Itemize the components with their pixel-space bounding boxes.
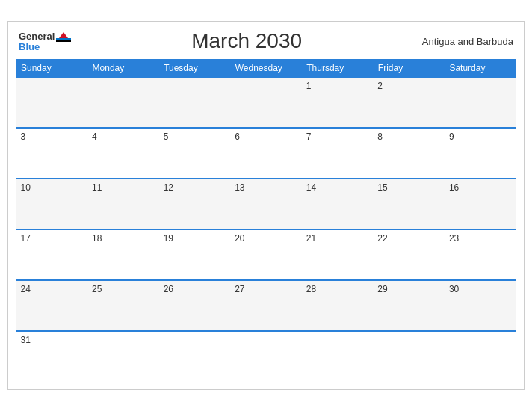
table-row: 29 — [373, 280, 445, 331]
table-row: 9 — [445, 128, 516, 179]
day-number: 18 — [92, 233, 102, 244]
table-row: 25 — [87, 280, 159, 331]
day-number: 5 — [164, 132, 169, 142]
calendar-week-row: 24252627282930 — [16, 280, 516, 331]
table-row: 21 — [302, 229, 374, 280]
table-row: 20 — [230, 229, 302, 280]
table-row: 3 — [16, 128, 88, 179]
calendar-week-row: 17181920212223 — [16, 229, 516, 280]
table-row: 28 — [302, 280, 374, 331]
day-number: 22 — [377, 233, 387, 244]
table-row: 6 — [230, 128, 302, 179]
table-row: 17 — [16, 229, 88, 280]
table-row: 4 — [87, 128, 159, 179]
table-row: 22 — [373, 229, 445, 280]
day-number: 9 — [449, 132, 454, 142]
table-row: 27 — [230, 280, 302, 331]
day-number: 3 — [21, 132, 26, 142]
table-row: 8 — [373, 128, 445, 179]
svg-rect-2 — [56, 38, 71, 40]
table-row — [445, 331, 516, 382]
header-sunday: Sunday — [16, 60, 88, 78]
table-row — [159, 331, 231, 382]
header-saturday: Saturday — [445, 60, 516, 78]
header-monday: Monday — [87, 60, 159, 78]
day-number: 31 — [21, 335, 31, 345]
table-row: 30 — [445, 280, 516, 331]
table-row: 11 — [87, 179, 159, 229]
table-row: 12 — [159, 179, 231, 229]
logo: General Blue — [19, 31, 71, 52]
country-name: Antigua and Barbuda — [422, 36, 513, 47]
day-number: 21 — [306, 233, 316, 244]
table-row: 13 — [230, 179, 302, 229]
table-row: 19 — [159, 229, 231, 280]
day-number: 20 — [235, 233, 244, 244]
day-number: 27 — [235, 284, 244, 294]
day-number: 26 — [164, 284, 173, 294]
weekday-header-row: Sunday Monday Tuesday Wednesday Thursday… — [16, 60, 516, 78]
table-row — [230, 77, 302, 128]
calendar-week-row: 31 — [16, 331, 516, 382]
table-row: 1 — [302, 77, 374, 128]
table-row — [159, 77, 231, 128]
day-number: 16 — [449, 182, 459, 193]
table-row — [302, 331, 374, 382]
day-number: 19 — [164, 233, 173, 244]
day-number: 8 — [377, 132, 383, 142]
table-row: 10 — [16, 179, 88, 229]
day-number: 15 — [377, 182, 387, 193]
calendar-week-row: 10111213141516 — [16, 179, 516, 229]
table-row: 24 — [16, 280, 88, 331]
day-number: 2 — [377, 81, 383, 91]
header-wednesday: Wednesday — [230, 60, 302, 78]
calendar-table: Sunday Monday Tuesday Wednesday Thursday… — [16, 59, 516, 382]
table-row: 14 — [302, 179, 374, 229]
table-row: 2 — [373, 77, 445, 128]
day-number: 30 — [449, 284, 459, 294]
calendar-header: General Blue March 2030 Antigua and Barb… — [16, 29, 516, 53]
day-number: 4 — [92, 132, 97, 142]
logo-flag-icon — [56, 31, 71, 42]
day-number: 24 — [21, 284, 31, 294]
table-row — [373, 331, 445, 382]
logo-general-text: General — [19, 31, 55, 41]
table-row: 16 — [445, 179, 516, 229]
calendar-week-row: 3456789 — [16, 128, 516, 179]
table-row: 7 — [302, 128, 374, 179]
calendar-week-row: 12 — [16, 77, 516, 128]
day-number: 14 — [306, 182, 316, 193]
calendar: General Blue March 2030 Antigua and Barb… — [7, 21, 525, 390]
day-number: 11 — [92, 182, 102, 193]
day-number: 7 — [306, 132, 312, 142]
table-row: 18 — [87, 229, 159, 280]
day-number: 1 — [306, 81, 312, 91]
table-row — [230, 331, 302, 382]
day-number: 6 — [235, 132, 240, 142]
day-number: 29 — [377, 284, 387, 294]
table-row — [16, 77, 88, 128]
day-number: 23 — [449, 233, 459, 244]
day-number: 25 — [92, 284, 102, 294]
table-row — [87, 77, 159, 128]
day-number: 12 — [164, 182, 173, 193]
day-number: 17 — [21, 233, 31, 244]
day-number: 10 — [21, 182, 31, 193]
day-number: 28 — [306, 284, 316, 294]
table-row — [87, 331, 159, 382]
logo-blue-text: Blue — [19, 42, 40, 52]
table-row: 26 — [159, 280, 231, 331]
table-row: 31 — [16, 331, 88, 382]
table-row — [445, 77, 516, 128]
header-friday: Friday — [373, 60, 445, 78]
month-title: March 2030 — [191, 29, 302, 53]
table-row: 15 — [373, 179, 445, 229]
table-row: 5 — [159, 128, 231, 179]
header-tuesday: Tuesday — [159, 60, 231, 78]
header-thursday: Thursday — [302, 60, 374, 78]
table-row: 23 — [445, 229, 516, 280]
day-number: 13 — [235, 182, 244, 193]
